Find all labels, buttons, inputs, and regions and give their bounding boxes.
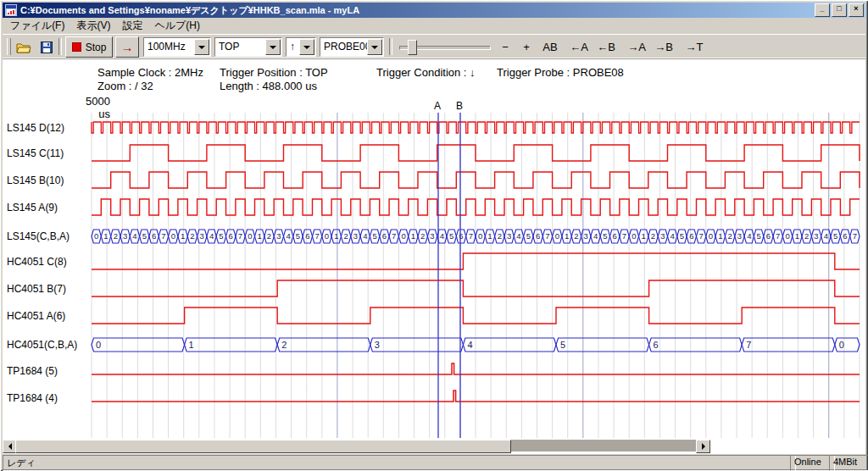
dropdown-arrow-icon[interactable] bbox=[367, 39, 382, 55]
menu-file[interactable]: ファイル(F) bbox=[4, 17, 70, 35]
stop-label: Stop bbox=[86, 42, 107, 53]
goto-trigger-button[interactable]: →T bbox=[682, 37, 706, 56]
dropdown-arrow-icon[interactable] bbox=[265, 39, 281, 55]
scroll-right-icon bbox=[702, 443, 705, 450]
menubar: ファイル(F) 表示(V) 設定 ヘルプ(H) bbox=[3, 18, 865, 34]
toolbar-grip[interactable] bbox=[7, 38, 11, 55]
trigger-position-select[interactable]: TOP bbox=[214, 37, 282, 57]
waveform-panel[interactable] bbox=[3, 58, 865, 454]
trigger-probe-value: PROBE00 bbox=[324, 41, 370, 53]
goto-cursor-a-button[interactable]: ←A bbox=[567, 37, 591, 56]
open-file-button[interactable] bbox=[12, 36, 35, 58]
zoom-in-button[interactable]: + bbox=[518, 37, 535, 56]
channel-label: LS145(C,B,A) bbox=[7, 230, 70, 242]
zoom-out-button[interactable]: − bbox=[497, 37, 514, 56]
trigger-position-value: TOP bbox=[219, 41, 239, 53]
channel-label: HC4051(C,B,A) bbox=[7, 339, 77, 351]
stop-button[interactable]: Stop bbox=[65, 36, 113, 58]
channel-label: LS145 B(10) bbox=[7, 175, 64, 186]
zoom-slider[interactable] bbox=[399, 39, 491, 54]
status-ready: レディ bbox=[3, 455, 796, 471]
app-window: C:¥Documents and Settings¥noname¥デスクトップ¥… bbox=[0, 0, 868, 471]
cursor-label-b[interactable]: B bbox=[456, 100, 463, 112]
trigger-edge-select[interactable]: ↑ bbox=[286, 37, 316, 57]
save-button[interactable] bbox=[35, 36, 58, 58]
statusbar: レディ Online 4MBit bbox=[3, 454, 865, 468]
trigger-edge-value: ↑ bbox=[290, 41, 295, 53]
stop-icon bbox=[72, 42, 81, 52]
window-title: C:¥Documents and Settings¥noname¥デスクトップ¥… bbox=[20, 4, 815, 17]
minimize-button[interactable]: _ bbox=[815, 3, 830, 17]
sample-clock-value: 100MHz bbox=[147, 41, 186, 53]
open-folder-icon bbox=[16, 42, 31, 53]
info-zoom: Zoom : / 32 bbox=[97, 80, 153, 92]
info-trigger-condition: Trigger Condition : ↓ bbox=[376, 66, 476, 79]
info-length: Length : 488.000 us bbox=[220, 80, 317, 92]
menu-view[interactable]: 表示(V) bbox=[70, 17, 116, 35]
channel-label: TP1684 (4) bbox=[7, 392, 58, 404]
horizontal-scrollbar[interactable] bbox=[3, 440, 710, 452]
titlebar[interactable]: C:¥Documents and Settings¥noname¥デスクトップ¥… bbox=[3, 3, 865, 18]
ab-button[interactable]: AB bbox=[539, 37, 561, 56]
channel-label: LS145 C(11) bbox=[7, 147, 64, 159]
info-sample-clock: Sample Clock : 2MHz bbox=[97, 66, 203, 79]
run-button[interactable]: → bbox=[115, 36, 139, 58]
maximize-button[interactable]: □ bbox=[832, 3, 847, 17]
channel-label: HC4051 C(8) bbox=[7, 256, 67, 268]
set-cursor-a-button[interactable]: →A bbox=[625, 37, 648, 56]
channel-label: HC4051 A(6) bbox=[7, 310, 65, 322]
sample-clock-select[interactable]: 100MHz bbox=[143, 37, 211, 57]
scroll-right-button[interactable] bbox=[696, 440, 710, 453]
dropdown-arrow-icon[interactable] bbox=[299, 39, 314, 55]
close-button[interactable]: × bbox=[849, 3, 864, 17]
window-controls: _ □ × bbox=[815, 3, 864, 17]
set-cursor-b-button[interactable]: →B bbox=[652, 37, 676, 56]
menu-settings[interactable]: 設定 bbox=[116, 17, 148, 35]
info-trigger-probe: Trigger Probe : PROBE08 bbox=[497, 66, 624, 79]
menu-help[interactable]: ヘルプ(H) bbox=[148, 17, 206, 35]
cursor-label-a[interactable]: A bbox=[434, 100, 441, 112]
channel-label: HC4051 B(7) bbox=[7, 283, 66, 295]
channel-label: LS145 A(9) bbox=[7, 202, 58, 213]
info-trigger-position: Trigger Position : TOP bbox=[220, 66, 328, 79]
app-icon bbox=[5, 4, 17, 16]
scrollbar-thumb[interactable] bbox=[15, 440, 511, 453]
toolbar-separator bbox=[58, 38, 62, 55]
scroll-left-icon bbox=[8, 443, 12, 450]
dropdown-arrow-icon[interactable] bbox=[194, 39, 209, 55]
floppy-disk-icon bbox=[41, 42, 53, 53]
run-arrow-icon: → bbox=[121, 40, 134, 54]
channel-label: TP1684 (5) bbox=[7, 365, 58, 377]
goto-cursor-b-button[interactable]: ←B bbox=[594, 37, 618, 56]
trigger-probe-select[interactable]: PROBE00 bbox=[320, 37, 384, 57]
channel-label: LS145 D(12) bbox=[7, 122, 64, 134]
toolbar: Stop → 100MHz TOP ↑ PROBE00 − + AB ←A bbox=[3, 34, 865, 59]
status-memory: 4MBit bbox=[829, 455, 868, 471]
toolbar-separator bbox=[389, 38, 392, 55]
time-per-division: 5000 us bbox=[71, 95, 110, 120]
slider-thumb[interactable] bbox=[408, 40, 417, 55]
